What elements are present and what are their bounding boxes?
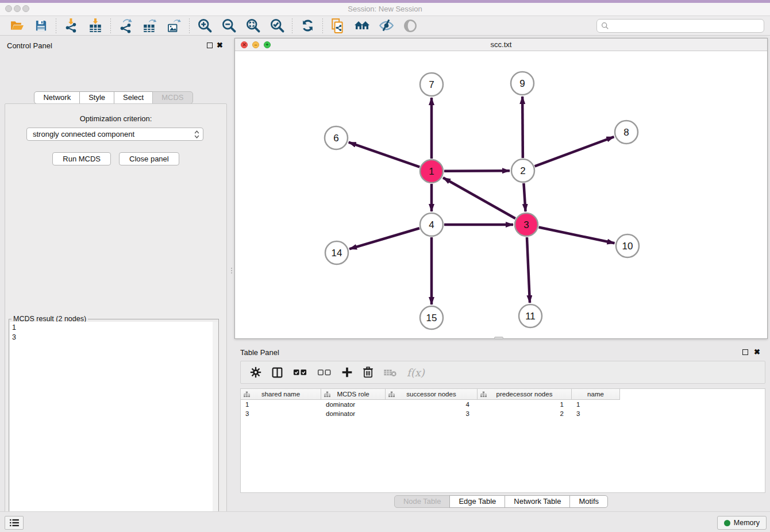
memory-button[interactable]: Memory — [717, 516, 767, 530]
task-history-button[interactable] — [5, 516, 24, 530]
zoom-selected-button[interactable] — [268, 17, 286, 34]
cell-name[interactable]: 3 — [572, 409, 620, 418]
graph-node-14[interactable]: 14 — [325, 241, 348, 264]
column-header-predecessor-nodes[interactable]: predecessor nodes — [478, 389, 572, 400]
search-input[interactable] — [609, 22, 764, 30]
window-title: Session: New Session — [0, 5, 770, 13]
column-header-successor-nodes[interactable]: successor nodes — [386, 389, 478, 400]
select-all-checkboxes-icon[interactable] — [293, 368, 307, 376]
graph-node-1[interactable]: 1 — [420, 160, 443, 183]
graph-node-6[interactable]: 6 — [325, 126, 348, 149]
criterion-dropdown[interactable]: strongly connected component — [26, 128, 203, 141]
graph-edge-3-11[interactable] — [527, 237, 530, 303]
quick-search-box[interactable] — [596, 19, 764, 33]
table-row[interactable]: 3dominator323 — [241, 409, 765, 418]
export-table-button[interactable] — [141, 17, 159, 34]
run-mcds-button[interactable]: Run MCDS — [52, 152, 111, 165]
column-header-MCDS-role[interactable]: MCDS role — [321, 389, 386, 400]
tab-network-table[interactable]: Network Table — [505, 495, 570, 508]
export-network-icon — [118, 18, 133, 33]
network-view-window: ✕ – + scc.txt 1234678910111415 — [234, 38, 768, 339]
import-network-button[interactable] — [63, 17, 80, 34]
graph-edge-4-14[interactable] — [349, 228, 419, 249]
cell-mcds_role[interactable]: dominator — [321, 400, 386, 409]
edge-layer[interactable] — [349, 97, 615, 304]
add-column-icon[interactable] — [341, 367, 353, 378]
zoom-in-button[interactable] — [196, 17, 213, 34]
window-titlebar: Session: New Session — [0, 3, 770, 16]
graph-edge-3-1[interactable] — [443, 178, 515, 218]
vertical-splitter-handle[interactable] — [231, 267, 233, 275]
graph-edge-2-8[interactable] — [535, 137, 614, 166]
hierarchy-icon — [388, 391, 395, 398]
export-network-button[interactable] — [117, 17, 134, 34]
cell-predecessor_nodes[interactable]: 1 — [478, 400, 572, 409]
mcds-result-scrollbar[interactable] — [213, 322, 218, 532]
show-all-button[interactable] — [402, 17, 419, 34]
cell-shared_name[interactable]: 3 — [241, 409, 321, 418]
graph-node-7[interactable]: 7 — [420, 73, 443, 96]
stepper-arrows-icon — [194, 130, 199, 139]
cell-successor_nodes[interactable]: 4 — [386, 400, 478, 409]
network-window-titlebar[interactable]: ✕ – + scc.txt — [235, 38, 767, 51]
graph-node-8[interactable]: 8 — [615, 121, 638, 144]
hide-selected-button[interactable] — [378, 17, 395, 34]
table-settings-gear-icon[interactable] — [250, 367, 261, 378]
network-graph[interactable]: 1234678910111415 — [235, 51, 767, 338]
graph-node-9[interactable]: 9 — [511, 72, 534, 95]
graph-node-3[interactable]: 3 — [515, 213, 538, 236]
node-table: shared nameMCDS rolesuccessor nodesprede… — [240, 388, 765, 493]
column-header-shared-name[interactable]: shared name — [241, 389, 321, 400]
column-header-name[interactable]: name — [572, 389, 620, 400]
export-image-button[interactable] — [165, 17, 183, 34]
import-table-button[interactable] — [87, 17, 104, 34]
cell-name[interactable]: 1 — [572, 400, 620, 409]
zoom-selected-icon — [270, 18, 285, 33]
tab-motifs[interactable]: Motifs — [569, 495, 608, 508]
column-selector-icon[interactable] — [271, 367, 283, 379]
zoom-out-button[interactable] — [220, 17, 237, 34]
close-panel-icon[interactable]: ✖ — [217, 41, 223, 49]
graph-edge-3-10[interactable] — [539, 228, 615, 244]
float-table-panel-icon[interactable] — [742, 349, 748, 355]
tab-mcds[interactable]: MCDS — [152, 91, 192, 104]
tab-select[interactable]: Select — [114, 91, 153, 104]
open-file-button[interactable] — [8, 17, 25, 34]
graph-node-15[interactable]: 15 — [420, 306, 443, 329]
cell-successor_nodes[interactable]: 3 — [386, 409, 478, 418]
mcds-result-text[interactable]: 13 — [10, 322, 218, 532]
graph-node-4[interactable]: 4 — [420, 213, 443, 236]
criterion-dropdown-value: strongly connected component — [33, 130, 134, 138]
graph-node-label: 1 — [429, 166, 434, 177]
delete-table-icon-disabled — [383, 368, 397, 377]
zoom-fit-button[interactable] — [244, 17, 261, 34]
home-layout-button[interactable] — [353, 17, 371, 34]
close-panel-button[interactable]: Close panel — [119, 152, 179, 165]
close-table-panel-icon[interactable]: ✖ — [754, 348, 760, 356]
cell-predecessor_nodes[interactable]: 2 — [478, 409, 572, 418]
home-icon — [354, 18, 370, 34]
import-network-icon — [64, 18, 79, 33]
refresh-view-button[interactable] — [299, 17, 316, 34]
graph-edge-1-2[interactable] — [444, 171, 510, 171]
graph-edge-1-6[interactable] — [349, 142, 420, 167]
graph-node-label: 9 — [519, 78, 525, 89]
tab-network[interactable]: Network — [34, 91, 80, 104]
graph-edge-2-9[interactable] — [522, 97, 523, 158]
delete-column-trash-icon[interactable] — [363, 367, 374, 378]
graph-node-10[interactable]: 10 — [616, 234, 639, 257]
tab-style[interactable]: Style — [79, 91, 114, 104]
float-panel-icon[interactable] — [207, 43, 213, 48]
graph-node-11[interactable]: 11 — [519, 304, 542, 327]
tab-node-table[interactable]: Node Table — [394, 495, 451, 508]
table-row[interactable]: 1dominator411 — [241, 400, 765, 409]
graph-node-2[interactable]: 2 — [511, 159, 534, 182]
tab-edge-table[interactable]: Edge Table — [449, 495, 505, 508]
cell-mcds_role[interactable]: dominator — [321, 409, 386, 418]
cell-shared_name[interactable]: 1 — [241, 400, 321, 409]
save-session-button[interactable] — [32, 17, 49, 34]
duplicate-network-button[interactable] — [329, 17, 346, 34]
horizontal-splitter-handle[interactable] — [494, 337, 503, 340]
graph-edge-2-3[interactable] — [523, 183, 525, 211]
deselect-all-checkboxes-icon[interactable] — [317, 368, 332, 376]
